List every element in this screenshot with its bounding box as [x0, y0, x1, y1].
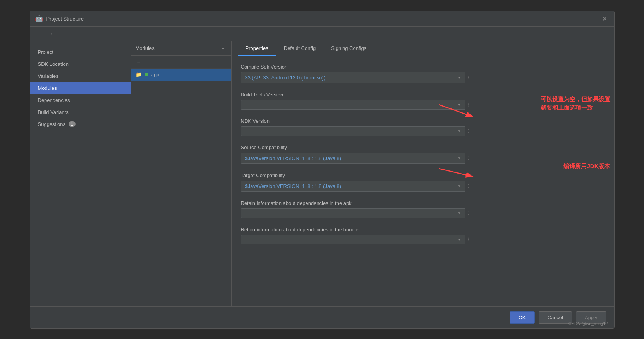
retain-apk-row: ▼ ⁝	[241, 208, 605, 218]
dialog-title: Project Structure	[46, 16, 84, 22]
ndk-label: NDK Version	[241, 118, 605, 124]
form-group-build-tools: Build Tools Version ▼ ⁝	[241, 92, 605, 110]
back-arrow[interactable]: ←	[35, 30, 43, 38]
sidebar-item-variables[interactable]: Variables	[30, 70, 131, 82]
source-compat-link[interactable]: ⁝	[468, 155, 469, 161]
source-compat-select[interactable]: $JavaVersion.VERSION_1_8 : 1.8 (Java 8) …	[241, 153, 465, 164]
source-compat-arrow: ▼	[457, 156, 461, 160]
form-group-compile-sdk: Compile Sdk Version 33 (API 33: Android …	[241, 64, 605, 83]
sidebar-item-build-variants[interactable]: Build Variants	[30, 106, 131, 118]
modules-panel-title: Modules	[136, 45, 155, 51]
target-compat-arrow: ▼	[457, 184, 461, 188]
compile-sdk-value: 33 (API 33: Android 13.0 (Tiramisu))	[245, 75, 326, 81]
source-compat-value: $JavaVersion.VERSION_1_8 : 1.8 (Java 8)	[245, 155, 342, 161]
module-item-app[interactable]: 📁 app	[131, 69, 231, 81]
source-compat-label: Source Compatibility	[241, 145, 605, 150]
title-bar-left: 🤖 Project Structure	[35, 14, 84, 23]
minimize-button[interactable]: −	[219, 45, 226, 52]
target-compat-select[interactable]: $JavaVersion.VERSION_1_8 : 1.8 (Java 8) …	[241, 181, 465, 192]
modules-header: Modules −	[131, 41, 231, 56]
modules-controls: −	[219, 45, 226, 52]
compile-sdk-row: 33 (API 33: Android 13.0 (Tiramisu)) ▼ ⁝	[241, 72, 605, 83]
remove-module-button[interactable]: −	[144, 58, 151, 66]
compile-sdk-label: Compile Sdk Version	[241, 64, 605, 70]
target-compat-link[interactable]: ⁝	[468, 183, 469, 189]
retain-apk-label: Retain information about dependencies in…	[241, 200, 605, 206]
sidebar-item-modules[interactable]: Modules	[30, 82, 131, 94]
project-structure-dialog: 🤖 Project Structure ✕ ← → Project SDK Lo…	[30, 11, 615, 329]
tab-signing-configs[interactable]: Signing Configs	[323, 41, 374, 56]
retain-bundle-row: ▼ ⁝	[241, 235, 605, 244]
retain-bundle-label: Retain information about dependencies in…	[241, 227, 605, 232]
form-group-target-compat: Target Compatibility $JavaVersion.VERSIO…	[241, 172, 605, 192]
form-group-source-compat: Source Compatibility $JavaVersion.VERSIO…	[241, 145, 605, 164]
sidebar-item-suggestions[interactable]: Suggestions 1	[30, 118, 131, 130]
form-group-retain-bundle: Retain information about dependencies in…	[241, 227, 605, 244]
folder-icon: 📁	[136, 72, 142, 77]
module-label: app	[151, 72, 160, 77]
suggestions-badge: 1	[69, 121, 76, 127]
tabs: Properties Default Config Signing Config…	[232, 41, 614, 56]
ok-button[interactable]: OK	[510, 311, 535, 324]
retain-bundle-select[interactable]: ▼	[241, 235, 465, 244]
build-tools-select[interactable]: ▼	[241, 100, 465, 110]
module-dot	[145, 73, 148, 76]
tab-properties[interactable]: Properties	[238, 41, 276, 56]
right-panel: Properties Default Config Signing Config…	[232, 41, 614, 306]
modules-toolbar: + −	[131, 56, 231, 69]
retain-apk-link[interactable]: ⁝	[468, 210, 469, 216]
ndk-row: ▼ ⁝	[241, 126, 605, 136]
sidebar-item-project[interactable]: Project	[30, 46, 131, 58]
nav-bar: ← →	[30, 27, 614, 41]
ndk-select[interactable]: ▼	[241, 126, 465, 136]
build-tools-label: Build Tools Version	[241, 92, 605, 98]
forward-arrow[interactable]: →	[46, 30, 55, 38]
ndk-arrow: ▼	[457, 129, 461, 133]
retain-bundle-arrow: ▼	[457, 237, 461, 242]
retain-apk-select[interactable]: ▼	[241, 208, 465, 218]
close-button[interactable]: ✕	[600, 14, 610, 23]
title-bar: 🤖 Project Structure ✕	[30, 11, 614, 27]
ndk-link[interactable]: ⁝	[468, 128, 469, 134]
cancel-button[interactable]: Cancel	[539, 311, 572, 324]
sidebar-item-sdk-location[interactable]: SDK Location	[30, 58, 131, 70]
compile-sdk-arrow: ▼	[457, 76, 461, 80]
watermark: CSDN @wu_ming12	[568, 321, 608, 326]
modules-panel: Modules − + − 📁 app	[131, 41, 232, 306]
build-tools-arrow: ▼	[457, 103, 461, 107]
form-group-retain-apk: Retain information about dependencies in…	[241, 200, 605, 218]
target-compat-row: $JavaVersion.VERSION_1_8 : 1.8 (Java 8) …	[241, 181, 605, 192]
form-area: Compile Sdk Version 33 (API 33: Android …	[232, 56, 614, 306]
retain-bundle-link[interactable]: ⁝	[468, 236, 469, 243]
sidebar-item-dependencies[interactable]: Dependencies	[30, 94, 131, 106]
android-icon: 🤖	[35, 14, 43, 23]
add-module-button[interactable]: +	[136, 58, 143, 66]
target-compat-value: $JavaVersion.VERSION_1_8 : 1.8 (Java 8)	[245, 183, 342, 189]
build-tools-link[interactable]: ⁝	[468, 102, 469, 108]
tab-default-config[interactable]: Default Config	[276, 41, 323, 56]
compile-sdk-link[interactable]: ⁝	[468, 74, 469, 81]
compile-sdk-select[interactable]: 33 (API 33: Android 13.0 (Tiramisu)) ▼	[241, 72, 465, 83]
source-compat-row: $JavaVersion.VERSION_1_8 : 1.8 (Java 8) …	[241, 153, 605, 164]
form-group-ndk: NDK Version ▼ ⁝	[241, 118, 605, 136]
bottom-bar: OK Cancel Apply	[30, 306, 614, 328]
sidebar: Project SDK Location Variables Modules D…	[30, 41, 131, 306]
target-compat-label: Target Compatibility	[241, 172, 605, 178]
build-tools-row: ▼ ⁝	[241, 100, 605, 110]
main-content: Project SDK Location Variables Modules D…	[30, 41, 614, 306]
retain-apk-arrow: ▼	[457, 211, 461, 215]
